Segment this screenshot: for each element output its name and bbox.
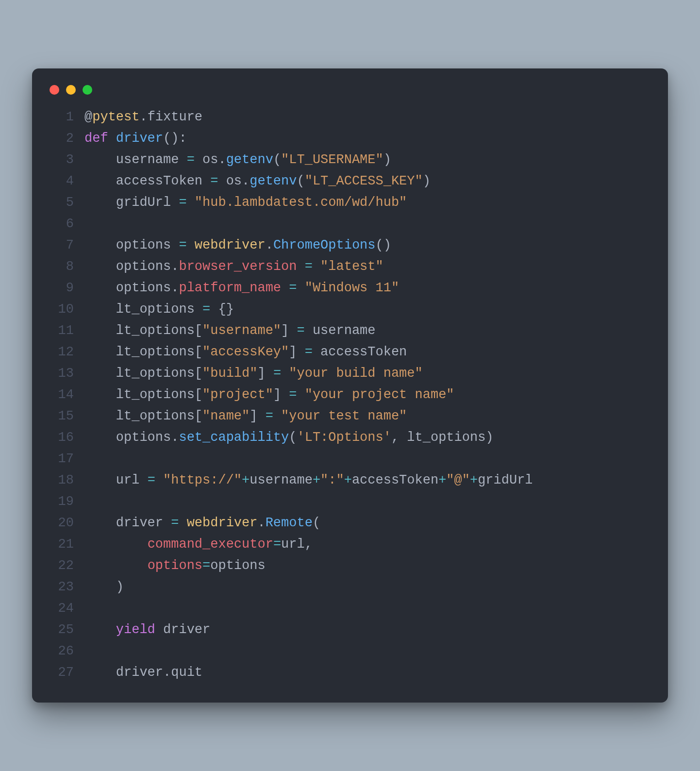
code-token: . [171,281,179,295]
code-token: set_capability [179,430,289,445]
code-line: 15 lt_options["name"] = "your test name" [48,405,652,427]
code-token: platform_name [179,281,281,295]
line-number: 27 [48,662,84,683]
code-token: Remote [266,516,313,530]
code-token: + [470,473,478,487]
code-token: accessToken [313,345,407,359]
minimize-icon[interactable] [66,85,76,95]
code-token: ] [273,387,281,402]
code-token: = [171,516,179,530]
code-line: 27 driver.quit [48,662,652,683]
code-token: = [305,345,313,359]
code-token [84,537,148,552]
line-number: 24 [48,598,84,619]
code-token: "LT_ACCESS_KEY" [305,174,423,188]
code-line: 25 yield driver [48,619,652,640]
code-token: accessToken [352,473,438,487]
code-token: = [305,259,313,274]
code-token [281,387,289,402]
code-line: 1@pytest.fixture [48,106,652,128]
code-token: os [195,152,218,167]
code-content: ) [84,576,124,598]
code-line: 23 ) [48,576,652,598]
code-token: driver [84,665,163,680]
code-token: "latest" [320,259,383,274]
code-token: = [266,409,273,423]
close-icon[interactable] [50,85,59,95]
code-content: url = "https://"+username+":"+accessToke… [84,469,533,491]
code-token: getenv [226,152,273,167]
stage: 1@pytest.fixture2def driver():3 username… [0,0,700,771]
code-line: 26 [48,640,652,662]
code-token: "accessKey" [202,345,289,359]
code-content: lt_options["build"] = "your build name" [84,363,423,384]
code-token: "project" [202,387,273,402]
code-token [179,516,186,530]
code-token: lt_options [84,409,195,423]
code-line: 24 [48,598,652,619]
code-token: "your build name" [289,366,422,381]
code-token: = [273,537,281,552]
code-token: webdriver [187,516,258,530]
line-number: 21 [48,534,84,555]
code-token: "name" [202,409,250,423]
code-token: accessToken [84,174,210,188]
code-token: [ [195,409,202,423]
code-token: . [242,174,250,188]
code-token: = [179,195,186,210]
code-token: ] [281,323,289,338]
code-token: getenv [250,174,297,188]
code-line: 16 options.set_capability('LT:Options', … [48,427,652,448]
code-token: ) [383,152,391,167]
code-token: username [84,152,187,167]
code-token: def [84,131,116,146]
code-token [281,366,289,381]
code-token: lt_options [84,387,195,402]
code-token: ] [250,409,257,423]
code-token [289,323,297,338]
code-token: ) [423,174,431,188]
code-content: lt_options = {} [84,299,234,320]
code-line: 4 accessToken = os.getenv("LT_ACCESS_KEY… [48,170,652,192]
line-number: 22 [48,555,84,576]
code-line: 18 url = "https://"+username+":"+accessT… [48,469,652,491]
code-token [187,195,195,210]
code-token: ] [289,345,297,359]
code-token: options [84,238,179,252]
code-token: . [139,110,147,124]
code-token: = [297,323,304,338]
line-number: 19 [48,491,84,512]
line-number: 6 [48,213,84,235]
code-token: ( [289,430,297,445]
code-line: 7 options = webdriver.ChromeOptions() [48,235,652,256]
code-token: + [438,473,446,487]
code-token: (): [163,131,187,146]
code-line: 14 lt_options["project"] = "your project… [48,384,652,405]
code-token: options [210,558,265,573]
code-token: ChromeOptions [273,238,376,252]
line-number: 2 [48,128,84,149]
line-number: 15 [48,405,84,427]
code-token: "https://" [163,473,242,487]
code-content: options=options [84,555,266,576]
line-number: 23 [48,576,84,598]
code-content: @pytest.fixture [84,106,202,128]
code-token: ) [485,430,493,445]
code-token: . [171,430,179,445]
line-number: 25 [48,619,84,640]
maximize-icon[interactable] [83,85,92,95]
code-token [297,345,304,359]
line-number: 11 [48,320,84,341]
code-token: browser_version [179,259,297,274]
code-line: 10 lt_options = {} [48,299,652,320]
code-token: "build" [202,366,257,381]
code-token: options [148,558,202,573]
code-content: command_executor=url, [84,534,313,555]
code-token: options [84,430,171,445]
line-number: 13 [48,363,84,384]
code-line: 11 lt_options["username"] = username [48,320,652,341]
code-area: 1@pytest.fixture2def driver():3 username… [48,106,652,683]
code-token: lt_options [84,366,195,381]
line-number: 7 [48,235,84,256]
code-line: 6 [48,213,652,235]
